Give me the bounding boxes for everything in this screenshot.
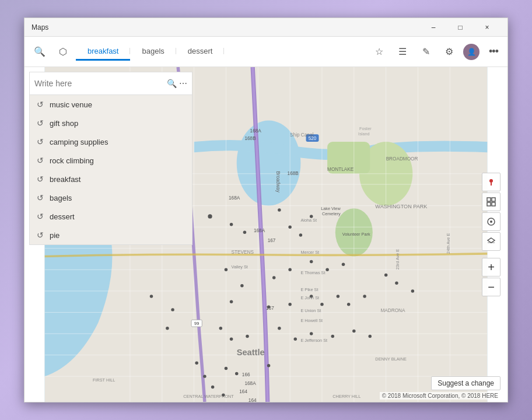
- svg-point-82: [166, 327, 169, 330]
- svg-text:MONTLAKE: MONTLAKE: [327, 167, 354, 172]
- tab-dessert[interactable]: dessert: [176, 43, 225, 61]
- svg-point-85: [246, 335, 249, 338]
- layers-button[interactable]: [482, 232, 501, 251]
- toolbar: 🔍 ⬡ breakfast bagels dessert ☆ ☰ ✎ ⚙ 👤 •…: [24, 37, 508, 67]
- more-icon[interactable]: •••: [484, 43, 503, 61]
- search-icon[interactable]: 🔍: [29, 41, 50, 62]
- svg-point-89: [331, 335, 334, 338]
- svg-point-64: [310, 215, 313, 218]
- edit-icon[interactable]: ✎: [416, 43, 435, 61]
- history-icon: ↺: [37, 100, 44, 109]
- zoom-out-button[interactable]: −: [482, 278, 501, 296]
- svg-text:167: 167: [268, 238, 276, 243]
- maps-window: Maps – □ × 🔍 ⬡ breakfast bagels dessert …: [24, 18, 508, 402]
- svg-text:168A: 168A: [229, 195, 240, 201]
- svg-point-63: [299, 233, 302, 236]
- close-button[interactable]: ×: [474, 18, 501, 37]
- svg-text:Aloha St: Aloha St: [300, 218, 317, 223]
- avatar[interactable]: 👤: [463, 44, 480, 60]
- svg-text:CENTRAL WATERFRONT: CENTRAL WATERFRONT: [183, 394, 234, 399]
- svg-text:Valley St: Valley St: [232, 264, 248, 270]
- svg-text:Lake View: Lake View: [321, 206, 341, 211]
- svg-point-59: [230, 223, 233, 226]
- location-pin-button[interactable]: [482, 173, 501, 191]
- svg-text:168A: 168A: [244, 381, 256, 386]
- directions-icon[interactable]: ⬡: [52, 41, 74, 62]
- suggest-change-button[interactable]: Suggest a change: [431, 376, 501, 390]
- svg-point-86: [278, 327, 281, 330]
- tab-breakfast[interactable]: breakfast: [76, 43, 130, 61]
- svg-text:Cemetery: Cemetery: [322, 211, 341, 216]
- svg-text:E Thomas St: E Thomas St: [300, 270, 325, 275]
- search-input[interactable]: [34, 79, 164, 88]
- svg-text:Mercer St: Mercer St: [300, 250, 319, 255]
- svg-point-67: [272, 276, 275, 279]
- suggestion-breakfast[interactable]: ↺ breakfast: [30, 170, 192, 188]
- search-more-icon[interactable]: ⋯: [179, 79, 187, 88]
- svg-text:164: 164: [249, 398, 257, 402]
- svg-point-87: [294, 337, 297, 340]
- svg-point-101: [411, 289, 414, 292]
- minimize-button[interactable]: –: [420, 18, 447, 37]
- svg-text:E Pike St: E Pike St: [300, 287, 318, 292]
- svg-point-61: [278, 208, 281, 211]
- svg-text:E Jefferson St: E Jefferson St: [300, 338, 327, 343]
- suggestion-gift-shop[interactable]: ↺ gift shop: [30, 114, 192, 132]
- suggestion-camping[interactable]: ↺ camping supplies: [30, 132, 192, 151]
- svg-point-69: [310, 260, 313, 263]
- zoom-in-button[interactable]: +: [482, 258, 501, 276]
- svg-point-80: [171, 308, 174, 311]
- svg-text:E John St: E John St: [300, 295, 319, 300]
- list-icon[interactable]: ☰: [393, 43, 412, 61]
- svg-text:FIRST HILL: FIRST HILL: [93, 377, 115, 383]
- favorites-icon[interactable]: ☆: [370, 43, 388, 61]
- tab-bagels[interactable]: bagels: [130, 43, 176, 61]
- target-button[interactable]: [482, 212, 501, 231]
- grid-view-button[interactable]: [482, 192, 501, 211]
- svg-text:Volunteer Park: Volunteer Park: [342, 232, 370, 237]
- suggestion-rock-climbing[interactable]: ↺ rock climbing: [30, 151, 192, 170]
- suggestion-music-venue[interactable]: ↺ music venue: [30, 95, 192, 114]
- svg-point-98: [267, 364, 270, 367]
- svg-point-76: [320, 303, 323, 306]
- suggestion-pie[interactable]: ↺ pie: [30, 226, 192, 244]
- svg-point-122: [490, 220, 492, 223]
- svg-text:Island: Island: [358, 131, 369, 136]
- search-panel: 🔍 ⋯ ↺ music venue ↺ gift shop ↺ camping …: [29, 72, 192, 245]
- svg-text:Broadway: Broadway: [275, 171, 281, 192]
- svg-point-60: [243, 231, 246, 234]
- suggestion-dessert[interactable]: ↺ dessert: [30, 207, 192, 226]
- svg-text:168B: 168B: [288, 171, 299, 176]
- control-divider: [482, 252, 501, 257]
- svg-text:166: 166: [242, 372, 250, 377]
- suggestion-bagels[interactable]: ↺ bagels: [30, 188, 192, 207]
- svg-text:E Union St: E Union St: [300, 308, 321, 313]
- history-icon-7: ↺: [37, 212, 44, 221]
- search-submit-icon[interactable]: 🔍: [167, 79, 177, 88]
- settings-icon[interactable]: ⚙: [440, 43, 459, 61]
- svg-point-79: [363, 295, 366, 298]
- svg-point-62: [288, 225, 291, 228]
- svg-rect-120: [492, 202, 495, 206]
- svg-text:CHERRY HILL: CHERRY HILL: [332, 394, 360, 399]
- svg-point-77: [337, 295, 340, 298]
- svg-point-91: [368, 335, 371, 338]
- svg-point-96: [211, 386, 214, 388]
- svg-point-58: [208, 214, 212, 218]
- svg-text:164: 164: [239, 389, 247, 394]
- svg-point-71: [342, 262, 345, 265]
- search-input-row: 🔍 ⋯: [29, 72, 192, 95]
- svg-point-100: [395, 281, 398, 284]
- svg-text:E Howell St: E Howell St: [300, 318, 323, 323]
- maximize-button[interactable]: □: [447, 18, 474, 37]
- svg-text:BROADMOOR: BROADMOOR: [386, 156, 418, 162]
- history-icon-8: ↺: [37, 230, 44, 240]
- svg-rect-118: [492, 198, 495, 201]
- svg-point-99: [384, 274, 387, 276]
- svg-point-81: [150, 295, 153, 298]
- svg-point-90: [352, 330, 355, 332]
- svg-point-66: [240, 284, 243, 287]
- svg-point-65: [225, 268, 228, 271]
- svg-text:168A: 168A: [254, 228, 265, 233]
- svg-text:23rd Ave E: 23rd Ave E: [396, 249, 401, 270]
